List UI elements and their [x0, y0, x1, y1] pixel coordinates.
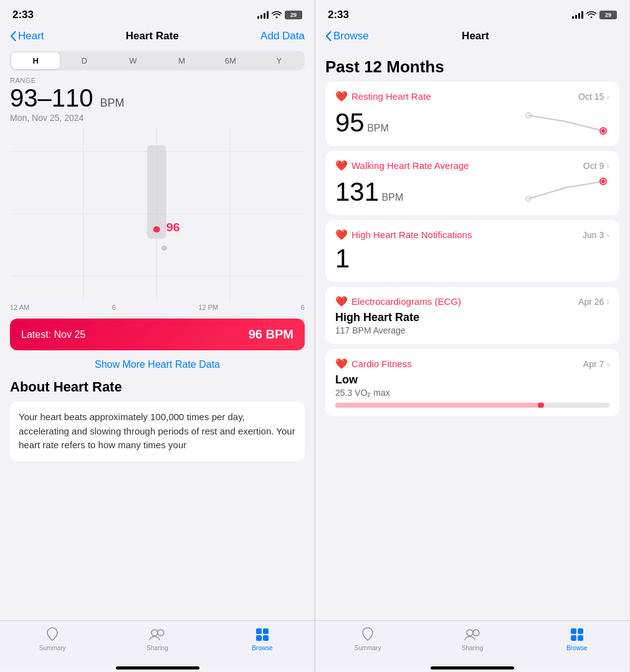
right-signal-bars-icon: [572, 11, 583, 19]
left-phone-panel: 2:33 29 H: [0, 0, 315, 672]
high-heart-date: Jun 3: [583, 230, 604, 240]
right-scroll-area: Past 12 Months ❤️ Resting Heart Rate Oct…: [315, 47, 629, 620]
right-nav-title: Heart: [462, 30, 489, 42]
svg-point-18: [601, 129, 605, 133]
add-data-button[interactable]: Add Data: [260, 30, 305, 42]
summary-icon: [44, 626, 61, 643]
show-more-link[interactable]: Show More Heart Rate Data: [0, 350, 315, 379]
segment-w[interactable]: W: [108, 52, 157, 69]
cardio-fitness-card[interactable]: ❤️ Cardio Fitness Apr 7 › Low 25.3 VO₂ m…: [325, 349, 619, 416]
right-wifi-icon: [586, 11, 596, 20]
right-tab-browse-label: Browse: [566, 645, 587, 651]
walking-heart-rate-card[interactable]: ❤️ Walking Heart Rate Average Oct 9 › 13…: [325, 151, 619, 215]
left-home-indicator: [116, 666, 199, 670]
tab-sharing-right[interactable]: Sharing: [447, 626, 497, 651]
svg-point-7: [153, 226, 160, 233]
left-status-time: 2:33: [12, 9, 34, 21]
segment-y[interactable]: Y: [255, 52, 303, 69]
range-label: RANGE: [10, 77, 305, 84]
cardio-fitness-title: Cardio Fitness: [351, 358, 412, 369]
high-heart-rate-title: High Heart Rate Notifications: [351, 229, 472, 240]
tab-sharing-left[interactable]: Sharing: [132, 626, 182, 651]
high-heart-icon: ❤️: [335, 229, 348, 241]
segment-6m[interactable]: 6M: [206, 52, 255, 69]
svg-rect-15: [263, 635, 269, 641]
high-heart-rate-notifications-card[interactable]: ❤️ High Heart Rate Notifications Jun 3 ›…: [325, 220, 619, 282]
ecg-chevron: ›: [606, 297, 609, 307]
right-summary-icon: [359, 626, 376, 643]
walking-date: Oct 9: [583, 161, 604, 171]
right-phone-panel: 2:33 29 B: [315, 0, 629, 672]
right-status-bar: 2:33 29: [315, 0, 629, 25]
time-segment-control: H D W M 6M Y: [10, 51, 305, 70]
svg-point-11: [158, 630, 164, 636]
left-status-icons: 29: [257, 11, 302, 20]
right-sharing-icon: [464, 626, 481, 643]
about-section: About Heart Rate Your heart beats approx…: [0, 379, 315, 461]
svg-point-23: [473, 630, 479, 636]
latest-value: 96 BPM: [249, 327, 294, 342]
right-battery-icon: 29: [599, 11, 617, 19]
tab-summary-right[interactable]: Summary: [343, 626, 393, 651]
walking-heart-icon: ❤️: [335, 160, 348, 171]
ecg-subvalue: 117 BPM Average: [335, 325, 609, 335]
ecg-heart-icon: ❤️: [335, 295, 348, 307]
right-nav-bar: Browse Heart: [315, 25, 629, 47]
range-unit: BPM: [100, 97, 125, 109]
tab-browse-label: Browse: [252, 645, 272, 651]
tab-browse-right[interactable]: Browse: [552, 626, 602, 651]
ecg-card[interactable]: ❤️ Electrocardiograms (ECG) Apr 26 › Hig…: [325, 287, 619, 344]
cardio-progress-bar: [335, 403, 609, 408]
resting-chart: [522, 106, 609, 137]
tab-browse-left[interactable]: Browse: [237, 626, 287, 651]
chart-svg: 96: [10, 127, 305, 301]
resting-unit: BPM: [367, 123, 389, 133]
cardio-subtitle: Low: [335, 373, 609, 386]
svg-rect-6: [147, 145, 166, 239]
svg-point-8: [161, 246, 167, 251]
svg-text:96: 96: [166, 221, 180, 234]
latest-banner: Latest: Nov 25 96 BPM: [10, 319, 305, 350]
cardio-progress-fill: [335, 403, 541, 408]
cardio-heart-icon: ❤️: [335, 358, 348, 370]
range-date: Mon, Nov 25, 2024: [10, 113, 305, 123]
cardio-date: Apr 7: [583, 359, 604, 369]
svg-rect-13: [263, 628, 269, 634]
segment-h[interactable]: H: [11, 52, 60, 69]
right-back-button[interactable]: Browse: [325, 30, 369, 42]
about-card: Your heart beats approximately 100,000 t…: [10, 401, 305, 461]
walking-heart-rate-title: Walking Heart Rate Average: [351, 160, 469, 171]
segment-d[interactable]: D: [60, 52, 108, 69]
resting-value: 95: [335, 108, 365, 137]
cardio-subvalue: 25.3 VO₂ max: [335, 388, 609, 398]
left-status-bar: 2:33 29: [0, 0, 315, 25]
chart-x-labels: 12 AM 6 12 PM 6: [0, 301, 315, 311]
right-browse-icon: [568, 626, 586, 643]
resting-chevron: ›: [606, 92, 609, 102]
walking-unit: BPM: [382, 192, 404, 203]
ecg-title: Electrocardiograms (ECG): [351, 296, 461, 307]
segment-m[interactable]: M: [158, 52, 206, 69]
wifi-icon: [272, 11, 282, 20]
high-heart-value: 1: [335, 244, 350, 273]
left-back-button[interactable]: Heart: [10, 30, 44, 42]
tab-sharing-label: Sharing: [146, 645, 168, 651]
about-title: About Heart Rate: [10, 379, 305, 395]
svg-point-21: [601, 180, 605, 183]
svg-point-10: [151, 630, 158, 636]
section-header: Past 12 Months: [315, 47, 629, 82]
battery-icon: 29: [285, 11, 302, 19]
cardio-chevron: ›: [606, 359, 609, 369]
latest-label: Latest: Nov 25: [21, 329, 85, 340]
walking-value: 131: [335, 177, 379, 206]
right-tab-summary-label: Summary: [355, 645, 381, 651]
svg-rect-24: [571, 628, 576, 634]
signal-bars-icon: [257, 11, 269, 19]
right-home-indicator: [431, 666, 514, 670]
svg-rect-27: [578, 635, 583, 641]
tab-summary-left[interactable]: Summary: [27, 626, 77, 651]
right-tab-bar: Summary Sharing Browse: [315, 620, 629, 666]
left-nav-bar: Heart Heart Rate Add Data: [0, 25, 315, 47]
svg-rect-12: [256, 628, 262, 634]
resting-heart-rate-card[interactable]: ❤️ Resting Heart Rate Oct 15 › 95 BPM: [325, 82, 619, 146]
